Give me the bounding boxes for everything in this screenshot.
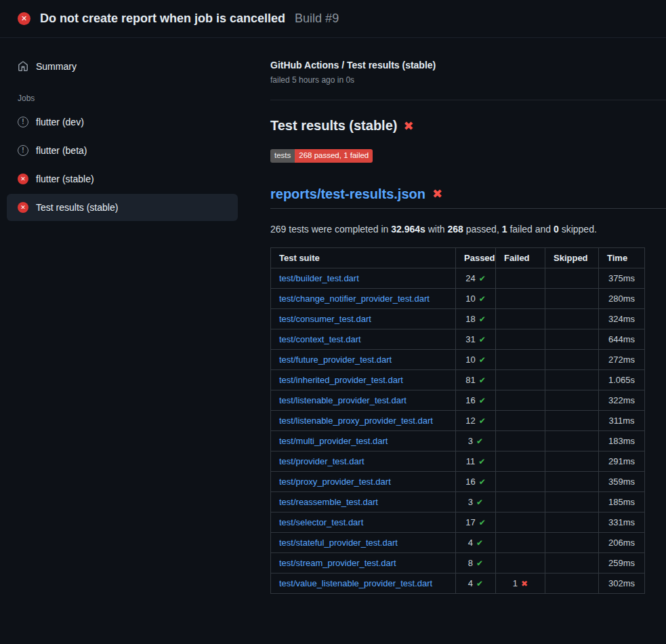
passed-cell: 10✔ xyxy=(456,288,496,308)
test-suite-link[interactable]: test/listenable_provider_test.dart xyxy=(279,395,407,405)
table-row: test/future_provider_test.dart10✔272ms xyxy=(271,349,645,369)
skipped-cell xyxy=(545,491,599,512)
time-cell: 1.065s xyxy=(599,369,645,390)
passed-count: 81 xyxy=(465,375,475,385)
test-suite-link[interactable]: test/reassemble_test.dart xyxy=(279,497,378,507)
x-icon: ✖ xyxy=(403,120,413,132)
passed-count: 18 xyxy=(465,314,475,324)
test-suite-link[interactable]: test/builder_test.dart xyxy=(279,273,359,283)
sidebar-item-flutter-beta[interactable]: ! flutter (beta) xyxy=(7,137,238,164)
skipped-cell xyxy=(545,329,599,349)
table-row: test/reassemble_test.dart3✔185ms xyxy=(271,491,645,512)
table-row: test/proxy_provider_test.dart16✔359ms xyxy=(271,471,645,491)
sidebar-item-label: flutter (beta) xyxy=(36,145,87,156)
sidebar-item-flutter-stable[interactable]: ✕ flutter (stable) xyxy=(7,165,238,193)
table-row: test/consumer_test.dart18✔324ms xyxy=(271,308,645,329)
test-suite-link[interactable]: test/value_listenable_provider_test.dart xyxy=(279,578,432,588)
summary-text: 269 tests were completed in xyxy=(270,224,391,235)
run-header: ✕ Do not create report when job is cance… xyxy=(0,0,666,38)
passed-count: 31 xyxy=(465,334,475,344)
report-link[interactable]: reports/test-results.json xyxy=(270,186,425,202)
suite-cell: test/context_test.dart xyxy=(271,329,456,349)
sidebar-item-label: Test results (stable) xyxy=(36,202,118,213)
neutral-status-icon: ! xyxy=(18,117,28,127)
test-suite-link[interactable]: test/future_provider_test.dart xyxy=(279,355,392,365)
passed-cell: 31✔ xyxy=(456,329,496,349)
run-status-text: failed 5 hours ago in 0s xyxy=(270,75,666,85)
summary-failed-count: 1 xyxy=(502,224,507,235)
time-cell: 206ms xyxy=(599,532,645,552)
sidebar-item-test-results-stable[interactable]: ✕ Test results (stable) xyxy=(7,194,238,221)
test-suite-link[interactable]: test/provider_test.dart xyxy=(279,456,365,466)
test-suite-link[interactable]: test/inherited_provider_test.dart xyxy=(279,375,403,385)
time-cell: 272ms xyxy=(599,349,645,369)
x-icon: ✖ xyxy=(432,188,442,200)
check-icon: ✔ xyxy=(479,274,486,283)
column-header-failed: Failed xyxy=(496,247,545,268)
test-suite-link[interactable]: test/stream_provider_test.dart xyxy=(279,558,396,568)
test-suite-link[interactable]: test/consumer_test.dart xyxy=(279,314,371,324)
suite-cell: test/listenable_provider_test.dart xyxy=(271,390,456,410)
summary-text: passed, xyxy=(463,224,502,235)
test-suite-link[interactable]: test/proxy_provider_test.dart xyxy=(279,477,391,487)
check-icon: ✔ xyxy=(478,457,485,466)
passed-cell: 12✔ xyxy=(456,410,496,430)
passed-cell: 3✔ xyxy=(456,491,496,512)
check-icon: ✔ xyxy=(479,335,486,344)
skipped-cell xyxy=(545,308,599,329)
time-cell: 322ms xyxy=(599,390,645,410)
check-icon: ✔ xyxy=(479,355,486,365)
table-row: test/change_notifier_provider_test.dart1… xyxy=(271,288,645,308)
skipped-cell xyxy=(545,288,599,308)
test-suite-link[interactable]: test/listenable_proxy_provider_test.dart xyxy=(279,416,433,426)
column-header-passed: Passed xyxy=(456,247,496,268)
section-heading-text: Test results (stable) xyxy=(270,118,397,134)
failed-cell xyxy=(496,308,545,329)
sidebar-item-summary[interactable]: Summary xyxy=(7,53,238,80)
table-row: test/builder_test.dart24✔375ms xyxy=(271,268,645,288)
test-suite-link[interactable]: test/context_test.dart xyxy=(279,334,361,344)
test-suite-link[interactable]: test/multi_provider_test.dart xyxy=(279,436,388,446)
table-row: test/context_test.dart31✔644ms xyxy=(271,329,645,349)
failed-status-icon: ✕ xyxy=(18,12,30,25)
skipped-cell xyxy=(545,532,599,552)
suite-cell: test/consumer_test.dart xyxy=(271,308,456,329)
failed-cell xyxy=(496,552,545,573)
passed-count: 8 xyxy=(468,558,473,568)
time-cell: 644ms xyxy=(599,329,645,349)
suite-cell: test/stream_provider_test.dart xyxy=(271,552,456,573)
table-row: test/inherited_provider_test.dart81✔1.06… xyxy=(271,369,645,390)
table-row: test/selector_test.dart17✔331ms xyxy=(271,512,645,532)
suite-cell: test/reassemble_test.dart xyxy=(271,491,456,512)
passed-cell: 3✔ xyxy=(456,430,496,451)
test-suite-link[interactable]: test/change_notifier_provider_test.dart xyxy=(279,294,430,304)
skipped-cell xyxy=(545,369,599,390)
check-icon: ✔ xyxy=(479,294,486,304)
failed-cell xyxy=(496,451,545,471)
suite-cell: test/builder_test.dart xyxy=(271,268,456,288)
suite-cell: test/provider_test.dart xyxy=(271,451,456,471)
summary-skipped-count: 0 xyxy=(554,224,559,235)
summary-text: skipped. xyxy=(559,224,597,235)
failed-cell xyxy=(496,512,545,532)
table-header-row: Test suite Passed Failed Skipped Time xyxy=(271,247,645,268)
passed-cell: 24✔ xyxy=(456,268,496,288)
check-icon: ✔ xyxy=(476,538,483,548)
skipped-cell xyxy=(545,390,599,410)
passed-count: 10 xyxy=(465,294,475,304)
passed-count: 10 xyxy=(465,355,475,365)
suite-cell: test/selector_test.dart xyxy=(271,512,456,532)
failed-cell xyxy=(496,491,545,512)
passed-cell: 4✔ xyxy=(456,573,496,593)
skipped-cell xyxy=(545,471,599,491)
passed-count: 3 xyxy=(468,436,473,446)
page-layout: Summary Jobs ! flutter (dev) ! flutter (… xyxy=(0,38,666,594)
sidebar-item-flutter-dev[interactable]: ! flutter (dev) xyxy=(7,108,238,136)
check-icon: ✔ xyxy=(479,376,486,385)
failed-status-icon: ✕ xyxy=(18,174,28,184)
test-suite-link[interactable]: test/selector_test.dart xyxy=(279,517,363,527)
column-header-skipped: Skipped xyxy=(545,247,599,268)
test-suite-link[interactable]: test/stateful_provider_test.dart xyxy=(279,538,398,548)
passed-cell: 18✔ xyxy=(456,308,496,329)
time-cell: 302ms xyxy=(599,573,645,593)
